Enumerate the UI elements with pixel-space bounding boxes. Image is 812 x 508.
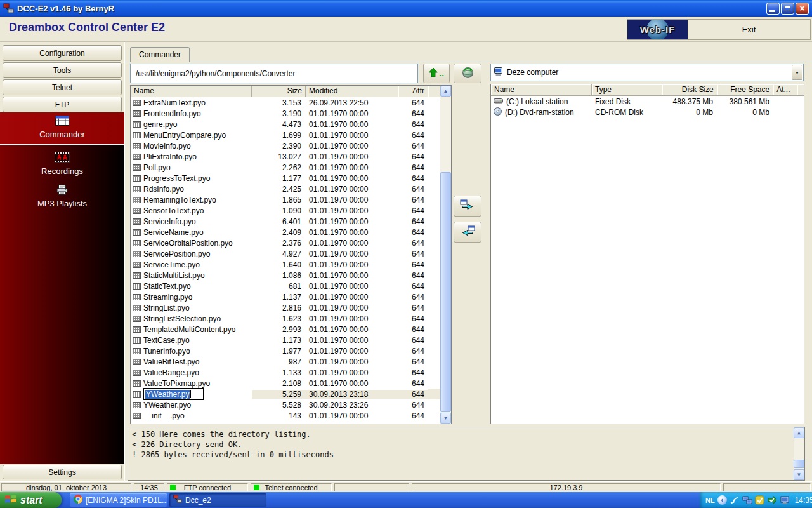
- file-filler-cell: [428, 259, 440, 270]
- scrollbar-thumb[interactable]: [794, 460, 804, 468]
- maximize-button[interactable]: [781, 3, 794, 15]
- webif-button[interactable]: Web-IF: [627, 20, 688, 39]
- remote-path-field[interactable]: /usr/lib/enigma2/python/Components/Conve…: [130, 64, 418, 83]
- column-header-modified[interactable]: Modified: [306, 86, 398, 97]
- scroll-up-icon[interactable]: ▲: [794, 427, 804, 438]
- file-size-cell: 1.090: [252, 206, 306, 215]
- file-row[interactable]: ValueToPixmap.pyo2.10801.01.1970 00:0064…: [131, 378, 440, 389]
- log-scrollbar[interactable]: ▲ ▼: [794, 427, 804, 480]
- file-row[interactable]: ServiceName.pyo2.40901.01.1970 00:00644: [131, 227, 440, 237]
- file-row[interactable]: TemplatedMultiContent.pyo2.99301.01.1970…: [131, 324, 440, 335]
- exit-button[interactable]: Exit: [688, 20, 810, 39]
- sidebar-item-commander[interactable]: Commander: [0, 112, 124, 145]
- file-icon: [133, 197, 141, 203]
- file-filler-cell: [428, 173, 440, 184]
- scroll-up-icon[interactable]: ▲: [440, 86, 451, 97]
- file-size-cell: 3.153: [252, 98, 306, 107]
- taskbar-task-enigma[interactable]: [ENIGMA 2]Skin PD1L...: [70, 493, 167, 507]
- file-row[interactable]: TextCase.pyo1.17301.01.1970 00:00644: [131, 335, 440, 345]
- file-row[interactable]: YWeather.py5.25930.09.2013 23:18644: [131, 389, 440, 399]
- close-button[interactable]: ×: [796, 3, 809, 15]
- sidebar-item-recordings[interactable]: Recordings: [0, 152, 124, 176]
- drive-list-body: (C:) Lokaal stationFixed Disk488.375 Mb3…: [491, 96, 804, 424]
- file-row[interactable]: ProgressToText.pyo1.17701.01.1970 00:006…: [131, 173, 440, 184]
- chevron-down-icon[interactable]: ▼: [792, 65, 802, 80]
- status-spacer: [334, 483, 409, 491]
- file-row[interactable]: Poll.pyo2.26201.01.1970 00:00644: [131, 162, 440, 173]
- file-row[interactable]: PliExtraInfo.pyo13.02701.01.1970 00:0064…: [131, 151, 440, 162]
- sidebar-item-ftp[interactable]: FTP: [3, 97, 122, 112]
- log-line: ! 2865 bytes received/sent in 0 millisec…: [132, 450, 801, 460]
- file-row[interactable]: YWeather.pyo5.52830.09.2013 23:26644: [131, 399, 440, 410]
- column-header-size[interactable]: Size: [252, 86, 306, 97]
- column-header-disk-size[interactable]: Disk Size: [662, 84, 717, 96]
- file-row[interactable]: ValueRange.pyo1.13301.01.1970 00:00644: [131, 367, 440, 378]
- start-button[interactable]: start: [0, 492, 62, 508]
- file-row[interactable]: ValueBitTest.pyo98701.01.1970 00:00644: [131, 356, 440, 367]
- green-status-icon[interactable]: [768, 495, 778, 505]
- display-settings-icon[interactable]: [780, 495, 790, 505]
- file-row[interactable]: RdsInfo.pyo2.42501.01.1970 00:00644: [131, 184, 440, 194]
- column-header-attr[interactable]: Attr: [398, 86, 428, 97]
- file-row[interactable]: TunerInfo.pyo1.97701.01.1970 00:00644: [131, 345, 440, 356]
- file-row[interactable]: StringListSelection.pyo1.62301.01.1970 0…: [131, 313, 440, 324]
- sidebar-item-mp3-playlists[interactable]: MP3 Playlists: [0, 185, 124, 208]
- language-indicator[interactable]: NL: [705, 497, 715, 504]
- transfer-to-left-button[interactable]: [454, 222, 481, 243]
- sidebar-item-configuration[interactable]: Configuration: [3, 45, 122, 61]
- file-name-cell: MovieInfo.pyo: [131, 142, 252, 150]
- file-modified-cell: 01.01.1970 00:00: [306, 282, 398, 291]
- file-attr-cell: 644: [398, 239, 428, 248]
- file-row[interactable]: __init__.pyo14301.01.1970 00:00644: [131, 410, 440, 421]
- scroll-down-icon[interactable]: ▼: [794, 469, 804, 480]
- file-filler-cell: [428, 216, 440, 227]
- file-list-scrollbar[interactable]: ▲ ▼: [440, 86, 451, 424]
- file-row[interactable]: ExtraNumText.pyo3.15326.09.2013 22:50644: [131, 97, 440, 108]
- file-size-cell: 2.390: [252, 142, 306, 150]
- taskbar-task-dcc[interactable]: Dcc_e2: [169, 493, 266, 507]
- status-telnet: Telnet connected: [251, 483, 332, 491]
- file-row[interactable]: ServicePosition.pyo4.92701.01.1970 00:00…: [131, 248, 440, 259]
- refresh-button[interactable]: [454, 64, 481, 83]
- sidebar-item-tools[interactable]: Tools: [3, 62, 122, 78]
- transfer-to-right-button[interactable]: [454, 196, 481, 217]
- up-directory-button[interactable]: ..: [423, 64, 450, 83]
- file-attr-cell: 644: [398, 304, 428, 312]
- file-row[interactable]: genre.pyo4.47301.01.1970 00:00644: [131, 119, 440, 130]
- sidebar-item-settings[interactable]: Settings: [3, 465, 122, 479]
- file-row[interactable]: MovieInfo.pyo2.39001.01.1970 00:00644: [131, 140, 440, 151]
- file-attr-cell: 644: [398, 152, 428, 161]
- file-name-label: ValueBitTest.pyo: [143, 358, 200, 366]
- hide-icons-chevron-icon[interactable]: ‹: [717, 495, 727, 505]
- column-header-free-space[interactable]: Free Space: [717, 84, 773, 96]
- column-header-type[interactable]: Type: [592, 84, 662, 96]
- minimize-button[interactable]: [766, 3, 780, 15]
- scrollbar-thumb[interactable]: [440, 172, 451, 412]
- column-header-name[interactable]: Name: [491, 84, 592, 96]
- column-header-at[interactable]: At...: [773, 84, 797, 96]
- file-row[interactable]: SensorToText.pyo1.09001.01.1970 00:00644: [131, 205, 440, 216]
- file-row[interactable]: StaticText.pyo68101.01.1970 00:00644: [131, 281, 440, 291]
- file-attr-cell: 644: [398, 228, 428, 237]
- wireless-signal-icon[interactable]: [730, 495, 740, 505]
- column-header-name[interactable]: Name: [131, 86, 252, 97]
- file-attr-cell: 644: [398, 260, 428, 269]
- drive-row[interactable]: (C:) Lokaal stationFixed Disk488.375 Mb3…: [491, 96, 804, 107]
- yellow-status-icon[interactable]: [755, 495, 765, 505]
- network-computers-icon[interactable]: [742, 495, 752, 505]
- file-row[interactable]: ServiceInfo.pyo6.40101.01.1970 00:00644: [131, 216, 440, 227]
- scroll-down-icon[interactable]: ▼: [440, 413, 451, 424]
- file-row[interactable]: FrontendInfo.pyo3.19001.01.1970 00:00644: [131, 108, 440, 119]
- local-location-select[interactable]: Deze computer ▼: [490, 64, 804, 81]
- file-row[interactable]: ServiceOrbitalPosition.pyo2.37601.01.197…: [131, 237, 440, 248]
- tab-commander[interactable]: Commander: [130, 47, 190, 62]
- file-row[interactable]: StringList.pyo2.81601.01.1970 00:00644: [131, 302, 440, 313]
- file-row[interactable]: Streaming.pyo1.13701.01.1970 00:00644: [131, 291, 440, 302]
- file-row[interactable]: MenuEntryCompare.pyo1.69901.01.1970 00:0…: [131, 130, 440, 140]
- sidebar-item-telnet[interactable]: Telnet: [3, 79, 122, 95]
- file-row[interactable]: ServiceTime.pyo1.64001.01.1970 00:00644: [131, 259, 440, 270]
- rename-input[interactable]: YWeather.py: [143, 388, 204, 400]
- file-row[interactable]: StaticMultiList.pyo1.08601.01.1970 00:00…: [131, 270, 440, 281]
- drive-row[interactable]: (D:) Dvd-ram-stationCD-ROM Disk0 Mb0 Mb: [491, 107, 804, 117]
- file-row[interactable]: RemainingToText.pyo1.86501.01.1970 00:00…: [131, 194, 440, 205]
